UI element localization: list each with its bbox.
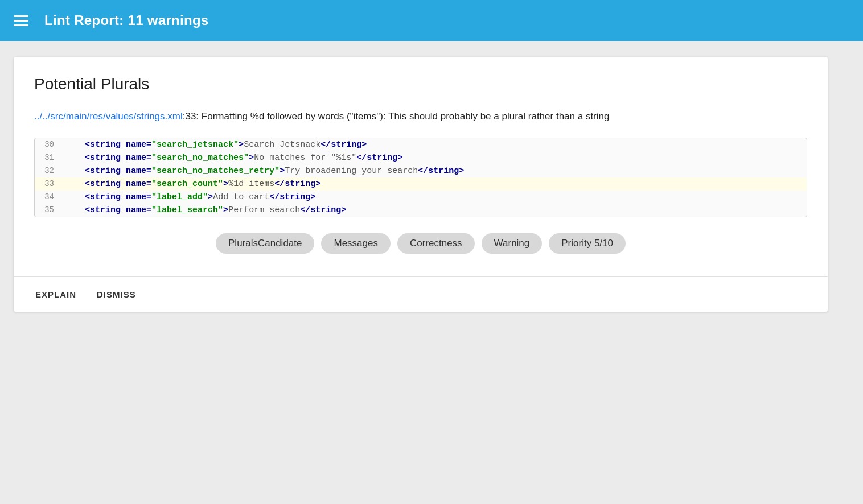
chip-warning[interactable]: Warning	[482, 233, 543, 254]
line-number: 31	[35, 153, 64, 162]
section-title: Potential Plurals	[34, 75, 807, 93]
issue-text: :33: Formatting %d followed by words ("i…	[183, 111, 610, 122]
content-area: Potential Plurals ../../src/main/res/val…	[0, 41, 863, 325]
line-number: 30	[35, 140, 64, 149]
code-line-32: 32 <string name="search_no_matches_retry…	[35, 164, 807, 177]
code-content: <string name="search_count">%1d items</s…	[64, 179, 320, 189]
code-line-35: 35 <string name="label_search">Perform s…	[35, 204, 807, 217]
code-content: <string name="search_no_matches">No matc…	[64, 153, 402, 163]
chip-plurals-candidate[interactable]: PluralsCandidate	[216, 233, 314, 254]
card-footer: EXPLAIN DISMISS	[34, 277, 807, 312]
topbar: Lint Report: 11 warnings	[0, 0, 863, 41]
issue-description: ../../src/main/res/values/strings.xml:33…	[34, 109, 807, 124]
page-title: Lint Report: 11 warnings	[44, 13, 209, 28]
chips-row: PluralsCandidate Messages Correctness Wa…	[34, 233, 807, 258]
lint-report-card: Potential Plurals ../../src/main/res/val…	[14, 57, 828, 312]
chip-correctness[interactable]: Correctness	[397, 233, 475, 254]
code-block: 30 <string name="search_jetsnack">Search…	[34, 138, 807, 217]
code-line-33: 33 <string name="search_count">%1d items…	[35, 177, 807, 191]
dismiss-button[interactable]: DISMISS	[96, 287, 137, 301]
line-number: 34	[35, 192, 64, 201]
code-line-34: 34 <string name="label_add">Add to cart<…	[35, 191, 807, 204]
code-content: <string name="search_jetsnack">Search Je…	[64, 140, 367, 150]
code-line-31: 31 <string name="search_no_matches">No m…	[35, 151, 807, 164]
code-content: <string name="label_search">Perform sear…	[64, 205, 346, 215]
menu-icon[interactable]	[14, 15, 28, 26]
line-number: 35	[35, 205, 64, 214]
code-content: <string name="label_add">Add to cart</st…	[64, 192, 315, 202]
explain-button[interactable]: EXPLAIN	[34, 287, 77, 301]
line-number: 32	[35, 166, 64, 175]
file-link[interactable]: ../../src/main/res/values/strings.xml	[34, 111, 183, 122]
line-number: 33	[35, 179, 64, 188]
chip-priority[interactable]: Priority 5/10	[549, 233, 626, 254]
code-line-30: 30 <string name="search_jetsnack">Search…	[35, 138, 807, 151]
chip-messages[interactable]: Messages	[321, 233, 390, 254]
code-content: <string name="search_no_matches_retry">T…	[64, 166, 464, 176]
